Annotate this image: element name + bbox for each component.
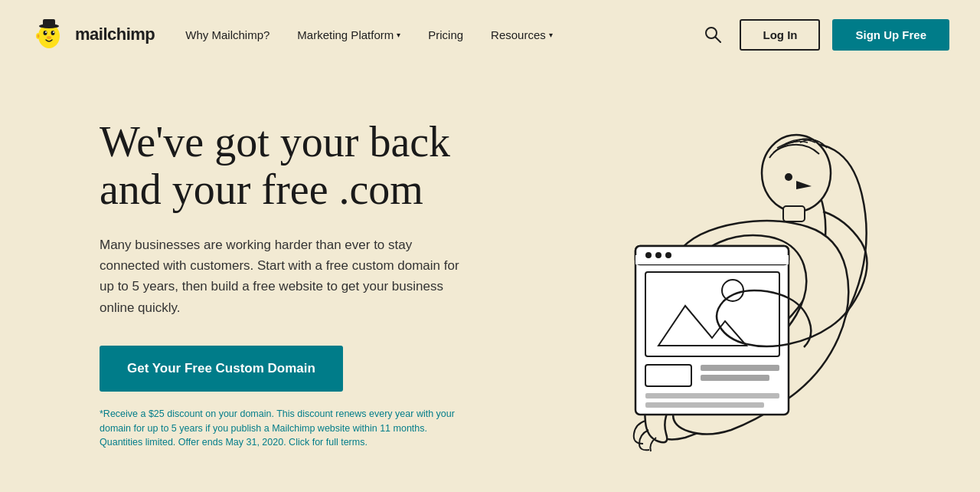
svg-rect-22: [645, 272, 779, 356]
brand-name: mailchimp: [75, 25, 155, 44]
navbar: mailchimp Why Mailchimp? Marketing Platf…: [0, 0, 980, 69]
nav-marketing-platform[interactable]: Marketing Platform ▾: [297, 28, 400, 41]
signup-button[interactable]: Sign Up Free: [832, 19, 949, 51]
cta-button[interactable]: Get Your Free Custom Domain: [100, 346, 343, 392]
svg-rect-25: [701, 365, 779, 371]
svg-rect-8: [43, 19, 55, 27]
svg-point-21: [665, 252, 671, 258]
svg-rect-28: [645, 402, 764, 408]
svg-line-12: [716, 38, 721, 43]
svg-point-13: [762, 135, 831, 212]
svg-point-2: [44, 31, 47, 35]
illustration-svg: [524, 100, 877, 468]
svg-point-20: [655, 252, 662, 258]
svg-point-6: [47, 36, 51, 39]
mailchimp-logo-icon: [31, 16, 67, 53]
login-button[interactable]: Log In: [740, 19, 820, 51]
nav-pricing[interactable]: Pricing: [428, 28, 463, 41]
hero-description: Many businesses are working harder than …: [100, 235, 467, 318]
svg-point-10: [38, 34, 40, 38]
nav-why-mailchimp[interactable]: Why Mailchimp?: [185, 28, 270, 41]
svg-point-14: [785, 173, 792, 181]
hero-content: We've got your back and your free .com M…: [100, 119, 498, 450]
logo[interactable]: mailchimp: [31, 16, 155, 53]
svg-point-3: [51, 31, 55, 35]
hero-illustration: [498, 100, 903, 468]
svg-point-5: [53, 31, 54, 33]
nav-actions: Log In Sign Up Free: [698, 19, 949, 51]
hero-title: We've got your back and your free .com: [100, 119, 498, 213]
search-button[interactable]: [698, 20, 727, 49]
hero-section: We've got your back and your free .com M…: [0, 69, 980, 492]
svg-rect-26: [701, 375, 769, 381]
svg-rect-15: [783, 206, 805, 221]
chevron-down-icon: ▾: [549, 31, 553, 39]
search-icon: [704, 26, 721, 43]
chevron-down-icon: ▾: [397, 31, 400, 39]
nav-resources[interactable]: Resources ▾: [491, 28, 553, 41]
svg-rect-27: [645, 393, 779, 399]
svg-point-4: [45, 31, 47, 33]
nav-links: Why Mailchimp? Marketing Platform ▾ Pric…: [185, 28, 698, 41]
svg-point-19: [645, 252, 652, 258]
hero-disclaimer: *Receive a $25 discount on your domain. …: [100, 407, 467, 450]
